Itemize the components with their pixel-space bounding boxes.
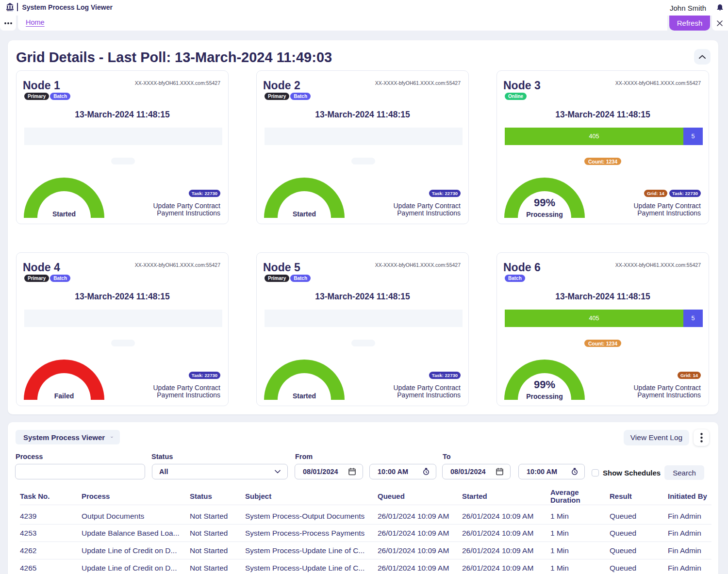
svg-text:BANKO: BANKO [7, 10, 13, 11]
